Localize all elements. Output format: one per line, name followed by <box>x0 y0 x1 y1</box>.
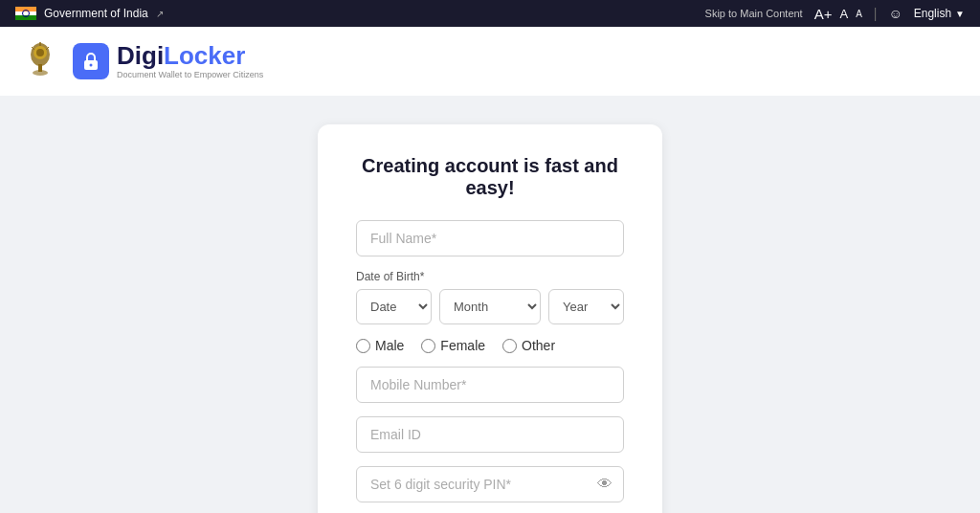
card-title: Creating account is fast and easy! <box>356 155 624 199</box>
gender-male-label: Male <box>375 338 404 353</box>
gov-bar-left: Government of India ↗ <box>15 7 164 20</box>
gender-group: Male Female Other <box>356 338 624 353</box>
eye-icon[interactable]: 👁︎ <box>597 476 612 493</box>
logo-tagline: Document Wallet to Empower Citizens <box>117 70 263 79</box>
chevron-down-icon: ▼ <box>955 9 965 19</box>
gov-name: Government of India <box>44 7 148 20</box>
gender-male-option[interactable]: Male <box>356 338 404 353</box>
language-selector[interactable]: English ▼ <box>914 7 965 20</box>
accessibility-icon: ☺ <box>888 6 902 21</box>
month-select[interactable]: Month JanuaryFebruaryMarch AprilMayJune … <box>439 289 541 324</box>
india-flag-icon <box>15 7 36 20</box>
gender-female-option[interactable]: Female <box>421 338 485 353</box>
email-group <box>356 416 624 453</box>
pin-input[interactable] <box>356 466 624 502</box>
dob-group: Date of Birth* Date 12345 678910 1112131… <box>356 270 624 324</box>
date-select[interactable]: Date 12345 678910 1112131415 1617181920 … <box>356 289 432 324</box>
font-large-button[interactable]: A+ <box>814 6 833 22</box>
logo-digi-text: Digi <box>117 41 164 70</box>
svg-point-2 <box>36 49 44 56</box>
logo-locker-text: Locker <box>164 41 245 70</box>
skip-to-main-link[interactable]: Skip to Main Content <box>705 8 803 19</box>
lock-icon <box>73 43 109 79</box>
gender-other-label: Other <box>522 338 555 353</box>
full-name-group <box>356 220 624 256</box>
logo-name: DigiLocker <box>117 43 263 68</box>
gender-other-option[interactable]: Other <box>502 338 555 353</box>
external-link-icon: ↗ <box>156 9 164 19</box>
svg-point-9 <box>90 64 93 67</box>
mobile-group <box>356 367 624 403</box>
pin-group: 👁︎ <box>356 466 624 502</box>
dob-selects: Date 12345 678910 1112131415 1617181920 … <box>356 289 624 324</box>
font-size-controls: A+ A A <box>814 6 862 22</box>
mobile-input[interactable] <box>356 367 624 403</box>
svg-point-4 <box>33 70 48 76</box>
gender-other-radio[interactable] <box>502 339 517 353</box>
dob-label: Date of Birth* <box>356 270 624 283</box>
logo-text: DigiLocker Document Wallet to Empower Ci… <box>117 43 263 79</box>
ashoka-emblem-icon <box>19 37 61 85</box>
gender-female-radio[interactable] <box>421 339 435 353</box>
full-name-input[interactable] <box>356 220 624 256</box>
divider: | <box>874 6 878 21</box>
header-bar: DigiLocker Document Wallet to Empower Ci… <box>0 27 980 96</box>
font-medium-button[interactable]: A <box>839 7 848 21</box>
registration-card: Creating account is fast and easy! Date … <box>318 124 662 513</box>
main-content: Creating account is fast and easy! Date … <box>0 96 980 513</box>
year-select[interactable]: Year 2024202320222021 2020201520102005 2… <box>548 289 624 324</box>
digilocker-logo: DigiLocker Document Wallet to Empower Ci… <box>73 43 263 79</box>
gender-male-radio[interactable] <box>356 339 370 353</box>
email-input[interactable] <box>356 416 624 453</box>
logo-section: DigiLocker Document Wallet to Empower Ci… <box>19 37 263 85</box>
font-small-button[interactable]: A <box>856 9 862 19</box>
gov-bar-right: Skip to Main Content A+ A A | ☺ English … <box>705 6 965 22</box>
gender-female-label: Female <box>440 338 485 353</box>
gov-bar: Government of India ↗ Skip to Main Conte… <box>0 0 980 27</box>
language-label: English <box>914 7 951 20</box>
